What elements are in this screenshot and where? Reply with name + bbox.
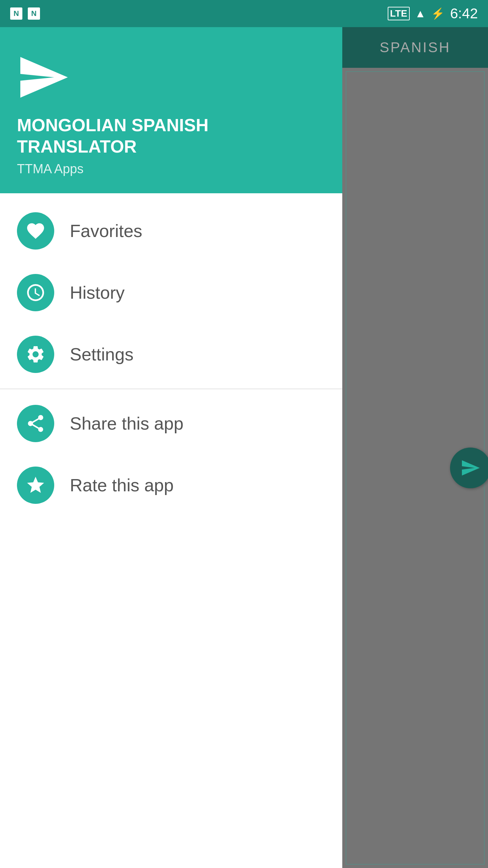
star-icon (25, 475, 46, 495)
menu-divider (0, 389, 342, 389)
drawer-header: MONGOLIAN SPANISH TRANSLATOR TTMA Apps (0, 27, 342, 193)
target-language-label: SPANISH (380, 39, 450, 56)
main-menu-section: Favorites History (0, 200, 342, 385)
drawer-menu: Favorites History (0, 193, 342, 868)
right-panel-header: SPANISH (342, 27, 488, 68)
rate-icon-circle (17, 467, 54, 504)
signal-icon: ▲ (415, 7, 426, 20)
menu-item-settings[interactable]: Settings (0, 323, 342, 385)
right-panel: SPANISH (342, 27, 488, 868)
notification-icon-2: N (28, 7, 40, 20)
battery-icon: ⚡ (431, 7, 445, 20)
settings-label: Settings (70, 344, 134, 364)
app-subtitle: TTMA Apps (17, 162, 325, 176)
rate-label: Rate this app (70, 475, 174, 495)
lte-icon: LTE (388, 7, 410, 20)
menu-item-share[interactable]: Share this app (0, 393, 342, 454)
app-logo (17, 50, 71, 104)
translate-fab[interactable] (450, 448, 488, 488)
favorites-icon-circle (17, 212, 54, 250)
app-title: MONGOLIAN SPANISH TRANSLATOR (17, 115, 325, 157)
status-time: 6:42 (450, 5, 478, 22)
share-icon-circle (17, 405, 54, 442)
history-icon-circle (17, 274, 54, 311)
history-label: History (70, 282, 125, 303)
right-panel-content (346, 71, 485, 865)
drawer: MONGOLIAN SPANISH TRANSLATOR TTMA Apps F… (0, 27, 342, 868)
favorites-label: Favorites (70, 221, 142, 241)
clock-icon (25, 282, 46, 303)
main-layout: MONGOLIAN SPANISH TRANSLATOR TTMA Apps F… (0, 27, 488, 868)
status-bar: N N LTE ▲ ⚡ 6:42 (0, 0, 488, 27)
share-label: Share this app (70, 413, 183, 434)
menu-item-history[interactable]: History (0, 262, 342, 323)
status-bar-right: LTE ▲ ⚡ 6:42 (388, 5, 478, 22)
send-icon (460, 458, 481, 478)
secondary-menu-section: Share this app Rate this app (0, 393, 342, 516)
status-bar-left: N N (10, 7, 40, 20)
notification-icon-1: N (10, 7, 22, 20)
menu-item-rate[interactable]: Rate this app (0, 454, 342, 516)
translate-fab-area (450, 448, 488, 488)
menu-item-favorites[interactable]: Favorites (0, 200, 342, 262)
gear-icon (25, 344, 46, 364)
share-icon (25, 413, 46, 434)
settings-icon-circle (17, 336, 54, 373)
heart-icon (25, 221, 46, 241)
